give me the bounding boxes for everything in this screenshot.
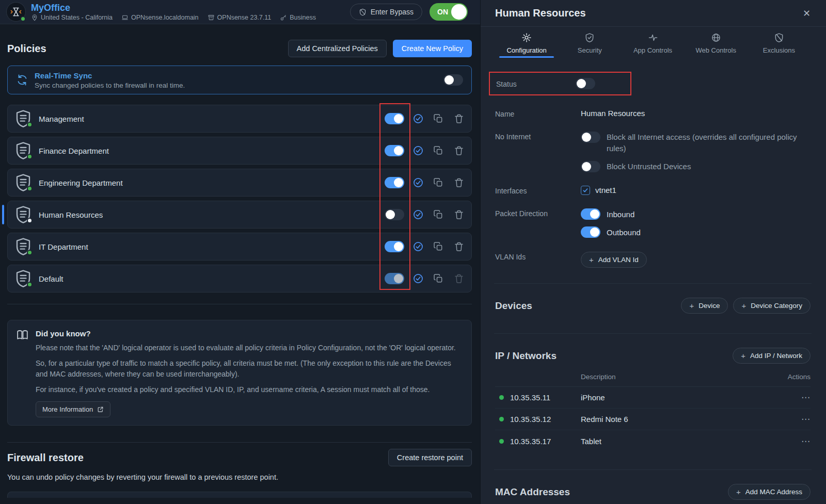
policy-toggle[interactable] bbox=[385, 209, 404, 220]
add-mac-address-button[interactable]: + Add MAC Address bbox=[728, 484, 811, 500]
section-divider bbox=[494, 469, 812, 470]
trash-icon bbox=[454, 177, 464, 188]
panel-title: Human Resources bbox=[495, 7, 586, 19]
policy-apply-button[interactable] bbox=[412, 273, 424, 284]
close-icon: ✕ bbox=[803, 8, 811, 19]
policy-duplicate-button[interactable] bbox=[433, 273, 443, 284]
block-all-internet-toggle[interactable] bbox=[581, 132, 600, 143]
policy-toggle[interactable] bbox=[385, 113, 404, 124]
policy-row[interactable]: Human Resources bbox=[7, 201, 472, 229]
add-ip-network-button[interactable]: + Add IP / Network bbox=[733, 348, 811, 364]
firewall-restore-header: Firewall restore Create restore point bbox=[7, 449, 472, 466]
policy-row[interactable]: Engineering Department bbox=[7, 169, 472, 197]
column-description: Description bbox=[581, 373, 616, 381]
tab-web-controls[interactable]: Web Controls bbox=[685, 27, 748, 58]
name-label: Name bbox=[495, 109, 581, 118]
power-toggle-label: ON bbox=[437, 8, 448, 16]
outbound-row: Outbound bbox=[581, 226, 641, 238]
policy-delete-button[interactable] bbox=[454, 113, 464, 124]
policy-shield-icon bbox=[15, 109, 31, 128]
ip-description: Redmi Note 6 bbox=[581, 415, 628, 424]
policy-row-controls bbox=[385, 113, 464, 124]
row-actions-button[interactable]: ⋯ bbox=[801, 436, 811, 447]
policy-name: Management bbox=[39, 115, 84, 123]
add-vlan-button[interactable]: + Add VLAN Id bbox=[581, 252, 647, 268]
section-divider bbox=[7, 442, 472, 443]
policy-row[interactable]: IT Department bbox=[7, 233, 472, 261]
policy-duplicate-button[interactable] bbox=[433, 177, 443, 188]
ip-address: 10.35.35.11 bbox=[510, 393, 581, 402]
policy-toggle[interactable] bbox=[385, 177, 404, 188]
policy-apply-button[interactable] bbox=[412, 113, 424, 124]
activity-icon bbox=[648, 32, 658, 43]
realtime-sync-toggle[interactable] bbox=[443, 74, 463, 86]
add-centralized-policies-button[interactable]: Add Centralized Policies bbox=[288, 40, 387, 57]
policy-delete-button[interactable] bbox=[454, 177, 464, 188]
policy-duplicate-button[interactable] bbox=[433, 209, 443, 220]
policy-delete-button[interactable] bbox=[454, 241, 464, 252]
plus-icon: + bbox=[689, 302, 694, 310]
inbound-toggle[interactable] bbox=[581, 208, 600, 220]
more-actions-icon: ⋯ bbox=[801, 436, 811, 446]
enter-bypass-button[interactable]: Enter Bypass bbox=[350, 4, 422, 20]
policy-row[interactable]: Default bbox=[7, 265, 472, 292]
policy-apply-button[interactable] bbox=[412, 177, 424, 188]
tab-security[interactable]: Security bbox=[558, 27, 621, 58]
policy-delete-button[interactable] bbox=[454, 273, 464, 284]
policy-delete-button[interactable] bbox=[454, 145, 464, 156]
interfaces-label: Interfaces bbox=[495, 186, 581, 195]
policy-status-dot bbox=[27, 186, 33, 191]
create-restore-point-button[interactable]: Create restore point bbox=[388, 449, 472, 466]
copy-icon bbox=[433, 145, 443, 156]
ip-row[interactable]: 10.35.35.12 Redmi Note 6 ⋯ bbox=[495, 409, 811, 430]
row-actions-button[interactable]: ⋯ bbox=[801, 414, 811, 425]
policy-duplicate-button[interactable] bbox=[433, 145, 443, 156]
tab-configuration[interactable]: Configuration bbox=[495, 27, 558, 58]
policy-row[interactable]: Finance Department bbox=[7, 137, 472, 165]
more-information-button[interactable]: More Information bbox=[36, 401, 110, 417]
shield-slash-icon bbox=[774, 32, 784, 43]
trash-icon bbox=[454, 145, 464, 156]
policies-page: Policies Add Centralized Policies Create… bbox=[0, 40, 480, 498]
section-divider bbox=[7, 304, 472, 304]
add-device-category-button[interactable]: + Device Category bbox=[733, 298, 811, 314]
vtnet1-checkbox[interactable] bbox=[581, 186, 590, 195]
policy-toggle[interactable] bbox=[385, 145, 404, 156]
create-new-policy-button[interactable]: Create New Policy bbox=[393, 40, 472, 57]
tab-app-controls[interactable]: App Controls bbox=[621, 27, 684, 58]
row-actions-button[interactable]: ⋯ bbox=[801, 392, 811, 403]
close-panel-button[interactable]: ✕ bbox=[803, 8, 811, 19]
add-device-button[interactable]: + Device bbox=[681, 298, 728, 314]
ip-networks-section-header: IP / Networks + Add IP / Network bbox=[495, 348, 811, 364]
add-vlan-label: Add VLAN Id bbox=[598, 256, 639, 264]
ip-address: 10.35.35.12 bbox=[510, 415, 581, 424]
book-icon bbox=[16, 328, 29, 342]
ip-row[interactable]: 10.35.35.17 Tablet ⋯ bbox=[495, 430, 811, 452]
check-circle-icon bbox=[412, 273, 424, 284]
app-logo bbox=[6, 2, 26, 22]
outbound-toggle[interactable] bbox=[581, 226, 600, 238]
tab-exclusions[interactable]: Exclusions bbox=[748, 27, 811, 58]
status-toggle[interactable] bbox=[576, 78, 595, 89]
policy-delete-button[interactable] bbox=[454, 209, 464, 220]
policy-apply-button[interactable] bbox=[412, 241, 424, 252]
name-value: Human Resources bbox=[581, 109, 645, 118]
policy-duplicate-button[interactable] bbox=[433, 241, 443, 252]
policy-toggle[interactable] bbox=[385, 273, 404, 284]
power-toggle[interactable]: ON bbox=[430, 3, 468, 21]
no-internet-options: Block all Internet access (overrides all… bbox=[581, 132, 811, 172]
policy-apply-button[interactable] bbox=[412, 209, 424, 220]
policy-row[interactable]: Management bbox=[7, 105, 472, 133]
policy-duplicate-button[interactable] bbox=[433, 113, 443, 124]
tab-configuration-label: Configuration bbox=[506, 46, 546, 54]
policy-toggle[interactable] bbox=[385, 241, 404, 252]
mac-addresses-section-header: MAC Addresses + Add MAC Address bbox=[495, 484, 811, 500]
devices-buttons: + Device + Device Category bbox=[681, 298, 811, 314]
tab-app-controls-label: App Controls bbox=[633, 46, 672, 54]
policy-apply-button[interactable] bbox=[412, 145, 424, 156]
header-actions: Enter Bypass ON bbox=[350, 3, 468, 21]
did-you-know-paragraph: For instance, if you've created a policy… bbox=[36, 384, 461, 395]
policies-header-buttons: Add Centralized Policies Create New Poli… bbox=[288, 40, 472, 57]
ip-row[interactable]: 10.35.35.11 iPhone ⋯ bbox=[495, 387, 811, 409]
block-untrusted-toggle[interactable] bbox=[581, 161, 600, 172]
